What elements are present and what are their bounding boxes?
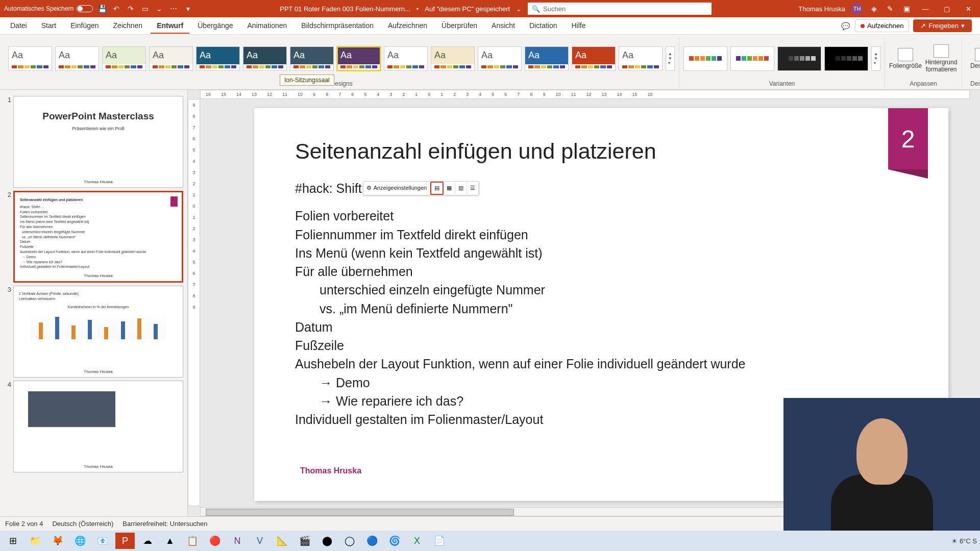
body-line: Aushebeln der Layout Funktion, wenn auf … [295,355,908,373]
variant-tile-0[interactable] [683,46,727,71]
save-icon[interactable]: 💾 [97,4,107,14]
variants-more-button[interactable]: ▲▼▾ [871,46,880,71]
explorer-icon[interactable]: 📁 [26,533,45,549]
autosave-toggle[interactable]: Automatisches Speichern [4,5,93,12]
theme-tile-4[interactable]: Aa [196,46,240,71]
pen-icon[interactable]: ✎ [885,4,895,14]
view-normal-button[interactable]: ▤ [430,182,444,195]
theme-tile-8[interactable]: Aa [384,46,428,71]
vlc-icon[interactable]: ▲ [160,533,180,549]
slide-thumb-4[interactable]: Thomas Hruska [13,381,183,472]
app-icon[interactable]: ☁ [138,533,157,549]
obs-icon[interactable]: ⬤ [317,533,337,549]
app-icon[interactable]: ◯ [340,533,359,549]
record-dot-icon [861,24,865,28]
tab-entwurf[interactable]: Entwurf [151,18,189,34]
format-bg-button[interactable]: Hintergrund formatieren [925,44,958,73]
accessibility-status[interactable]: Barrierefreiheit: Untersuchen [122,520,207,528]
restore-button[interactable]: ▢ [939,4,954,14]
theme-tile-6[interactable]: Aa [290,46,334,71]
theme-tile-5[interactable]: Aa [243,46,287,71]
slideshow-icon[interactable]: ▭ [140,4,150,14]
weather-widget[interactable]: ☀ 6°C S [951,537,977,545]
powerpoint-icon[interactable]: P [115,533,135,549]
designer-icon [975,48,980,61]
tab-hilfe[interactable]: Hilfe [565,18,592,34]
firefox-icon[interactable]: 🦊 [48,533,67,549]
variant-tile-3[interactable] [824,46,868,71]
slide-size-button[interactable]: Foliengröße [889,48,922,69]
user-avatar[interactable]: TH [851,3,863,14]
theme-tile-10[interactable]: Aa [478,46,522,71]
theme-tile-3[interactable]: Aa [149,46,193,71]
tab-datei[interactable]: Datei [4,18,33,34]
variant-tile-2[interactable] [777,46,821,71]
view-grid-button[interactable]: ▦ [444,183,455,194]
more-icon[interactable]: ⋯ [168,4,179,14]
theme-tile-12[interactable]: Aa [572,46,616,71]
body-line: Fußzeile [295,336,908,355]
theme-tile-9[interactable]: Aa [431,46,475,71]
excel-icon[interactable]: X [407,533,427,549]
start-button[interactable]: ⊞ [3,533,22,549]
comment-icon[interactable]: 💬 [841,21,851,31]
designer-button[interactable]: Designer [966,48,980,69]
close-button[interactable]: ✕ [961,4,976,14]
record-label: Aufzeichnen [867,22,904,30]
variant-tile-1[interactable] [730,46,774,71]
search-input[interactable]: 🔍 Suchen [528,3,712,15]
slide-panel[interactable]: 1 PowerPoint Masterclass Präsentieren wi… [0,90,188,516]
view-reading-button[interactable]: ☰ [467,183,479,194]
tab-start[interactable]: Start [35,18,63,34]
theme-tile-13[interactable]: Aa [619,46,663,71]
share-button[interactable]: ↗Freigeben▾ [913,19,972,32]
tab-ueberpruefen[interactable]: Überprüfen [435,18,483,34]
theme-tile-1[interactable]: Aa [55,46,99,71]
diamond-icon[interactable]: ◈ [869,4,879,14]
app-icon[interactable]: 📄 [430,533,449,549]
theme-tile-7[interactable]: Aa [337,46,381,71]
app-icon[interactable]: 🔴 [205,533,225,549]
app-icon[interactable]: 📋 [183,533,202,549]
overflow-icon[interactable]: ▾ [183,4,193,14]
window-icon[interactable]: ▣ [901,4,912,14]
webcam-overlay [783,398,980,531]
slide-body[interactable]: #hack: Shift ⚙Anzeigeeinstellungen ▤ ▦ ▥… [295,179,908,429]
app-icon[interactable]: 📐 [273,533,292,549]
slide-size-icon [898,48,913,61]
themes-more-button[interactable]: ▲▼▾ [666,46,675,71]
theme-tile-2[interactable]: Aa [102,46,146,71]
undo-icon[interactable]: ↶ [111,4,121,14]
chrome-icon[interactable]: 🌐 [70,533,90,549]
tab-ansicht[interactable]: Ansicht [485,18,521,34]
language-status[interactable]: Deutsch (Österreich) [52,520,113,528]
tab-einfuegen[interactable]: Einfügen [64,18,105,34]
minimize-button[interactable]: — [918,4,933,14]
display-settings-button[interactable]: ⚙Anzeigeeinstellungen [363,183,431,194]
tab-bildschirm[interactable]: Bildschirmpräsentation [295,18,380,34]
theme-tile-0[interactable]: Aa [8,46,52,71]
chevron-down-icon[interactable]: ⌄ [516,5,522,13]
dropdown-icon[interactable]: ⌄ [154,4,164,14]
edge-icon[interactable]: 🌀 [385,533,404,549]
app-icon[interactable]: 🎬 [295,533,314,549]
tab-aufzeichnen[interactable]: Aufzeichnen [382,18,433,34]
mini-toolbar[interactable]: ⚙Anzeigeeinstellungen ▤ ▦ ▥ ☰ [363,181,480,195]
tab-animationen[interactable]: Animationen [241,18,293,34]
view-outline-button[interactable]: ▥ [455,183,467,194]
body-line: Für alle übernehmen [295,262,908,281]
tab-zeichnen[interactable]: Zeichnen [107,18,149,34]
tab-dictation[interactable]: Dictation [523,18,563,34]
outlook-icon[interactable]: 📧 [93,533,112,549]
theme-tile-11[interactable]: Aa [525,46,569,71]
slide-title[interactable]: Seitenanzahl einfügen und platzieren [295,139,908,164]
record-button[interactable]: Aufzeichnen [855,19,910,32]
redo-icon[interactable]: ↷ [126,4,136,14]
app-icon[interactable]: 🔵 [362,533,382,549]
slide-thumb-1[interactable]: PowerPoint Masterclass Präsentieren wie … [13,96,183,188]
tab-uebergaenge[interactable]: Übergänge [191,18,239,34]
visio-icon[interactable]: V [250,533,270,549]
slide-thumb-3[interactable]: 2 Vertikale Achsen (Primär, sekundär)Lee… [13,286,183,378]
slide-thumb-2[interactable]: Seitenanzahl einfügen und platzieren #ha… [13,191,183,283]
onenote-icon[interactable]: N [228,533,247,549]
